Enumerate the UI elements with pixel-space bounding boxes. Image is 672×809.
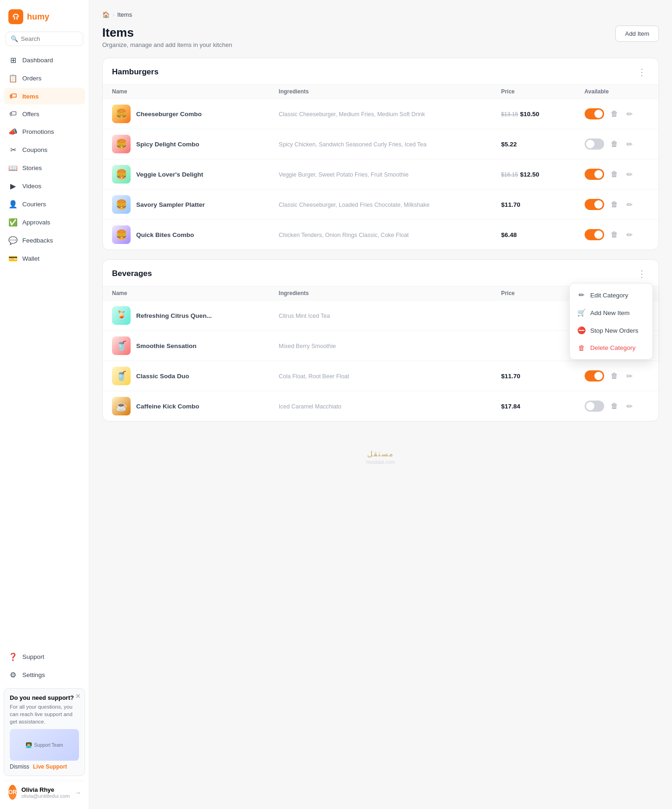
delete-item-button[interactable]: 🗑 <box>609 108 620 120</box>
sidebar-item-wallet[interactable]: 💳 Wallet <box>4 250 85 267</box>
edit-item-button[interactable]: ✏ <box>625 168 634 181</box>
sidebar-item-support[interactable]: ❓ Support <box>4 648 85 665</box>
item-thumb: 🍔 <box>112 195 131 214</box>
delete-item-button[interactable]: 🗑 <box>609 229 620 241</box>
dashboard-icon: ⊞ <box>8 56 18 65</box>
edit-item-button[interactable]: ✏ <box>625 138 634 151</box>
item-ingredients: Cola Float, Root Beer Float <box>279 373 349 380</box>
delete-item-button[interactable]: 🗑 <box>609 400 620 412</box>
item-name: Savory Sampler Platter <box>136 201 205 208</box>
dropdown-delete-category[interactable]: 🗑 Delete Category <box>570 339 652 356</box>
item-ingredients: Chicken Tenders, Onion Rings Classic, Co… <box>279 232 409 238</box>
delete-item-button[interactable]: 🗑 <box>609 168 620 180</box>
stories-icon: 📖 <box>8 164 18 172</box>
col-available-hamburgers: Available <box>575 85 659 99</box>
item-price: $12.50 <box>520 171 539 178</box>
sidebar-item-offers[interactable]: 🏷 Offers <box>4 105 85 122</box>
col-ingredients-beverages: Ingredients <box>270 286 492 301</box>
edit-item-button[interactable]: ✏ <box>625 198 634 211</box>
delete-item-button[interactable]: 🗑 <box>609 370 620 382</box>
live-support-button[interactable]: Live Support <box>33 763 67 770</box>
sidebar-item-dashboard[interactable]: ⊞ Dashboard <box>4 52 85 69</box>
support-icon: ❓ <box>8 652 18 661</box>
item-thumb: ☕ <box>112 397 131 415</box>
availability-toggle[interactable] <box>585 138 604 150</box>
item-price: $6.48 <box>501 231 517 238</box>
sidebar-item-promotions[interactable]: 📣 Promotions <box>4 123 85 140</box>
brand-logo[interactable]: humy <box>0 0 89 32</box>
edit-item-button[interactable]: ✏ <box>625 400 634 413</box>
item-name: Veggie Lover's Delight <box>136 171 203 178</box>
items-icon: 🏷 <box>8 92 18 100</box>
item-ingredients: Iced Caramel Macchiato <box>279 403 342 410</box>
item-name: Caffeine Kick Combo <box>136 403 199 410</box>
user-name: Olivia Rhye <box>21 786 70 793</box>
item-name: Smoothie Sensation <box>136 342 197 349</box>
search-box[interactable]: 🔍 <box>6 32 83 46</box>
item-price: $5.22 <box>501 141 517 148</box>
item-price: $11.70 <box>501 201 520 208</box>
delete-item-button[interactable]: 🗑 <box>609 198 620 210</box>
table-row: ☕ Caffeine Kick Combo Iced Caramel Macch… <box>103 391 659 421</box>
table-row: 🍔 Cheeseburger Combo Classic Cheeseburge… <box>103 99 659 129</box>
category-beverages-more-button[interactable]: ⋮ <box>634 268 649 279</box>
table-row: 🍔 Quick Bites Combo Chicken Tenders, Oni… <box>103 220 659 250</box>
sidebar-item-stories[interactable]: 📖 Stories <box>4 159 85 177</box>
home-icon[interactable]: 🏠 <box>102 11 110 18</box>
sidebar-item-couriers[interactable]: 👤 Couriers <box>4 196 85 213</box>
item-name: Cheeseburger Combo <box>136 111 202 118</box>
sidebar-label-offers: Offers <box>22 111 40 118</box>
offers-icon: 🏷 <box>8 110 18 118</box>
support-box-image: 👨‍💻Support Team <box>10 729 79 761</box>
dropdown-add-new-item[interactable]: 🛒 Add New Item <box>570 304 652 322</box>
sidebar-label-dashboard: Dashboard <box>22 57 53 64</box>
couriers-icon: 👤 <box>8 200 18 209</box>
dropdown-stop-orders-label: Stop New Orders <box>590 327 639 334</box>
add-item-button[interactable]: Add Item <box>615 26 659 42</box>
item-old-price: $16.15 <box>501 171 518 178</box>
sidebar-item-approvals[interactable]: ✅ Approvals <box>4 214 85 231</box>
edit-item-button[interactable]: ✏ <box>625 229 634 241</box>
availability-toggle[interactable] <box>585 370 604 381</box>
support-box-title: Do you need support? <box>10 694 79 701</box>
dropdown-stop-new-orders[interactable]: ⛔ Stop New Orders <box>570 322 652 339</box>
sidebar-item-videos[interactable]: ▶ Videos <box>4 178 85 195</box>
close-support-button[interactable]: ✕ <box>75 692 81 700</box>
wallet-icon: 💳 <box>8 254 18 263</box>
dropdown-delete-category-label: Delete Category <box>590 344 636 351</box>
sidebar-item-orders[interactable]: 📋 Orders <box>4 70 85 87</box>
availability-toggle[interactable] <box>585 108 604 119</box>
availability-toggle[interactable] <box>585 199 604 210</box>
item-price: $11.70 <box>501 373 520 380</box>
availability-toggle[interactable] <box>585 401 604 412</box>
sidebar-label-wallet: Wallet <box>22 255 40 262</box>
hamburgers-table: Name Ingredients Price Available 🍔 Chees… <box>103 84 659 250</box>
user-profile-row[interactable]: OR Olivia Rhye olivia@untitledui.com → <box>4 781 85 803</box>
sidebar-item-items[interactable]: 🏷 Items <box>4 88 85 105</box>
category-hamburgers-more-button[interactable]: ⋮ <box>634 66 649 78</box>
footer-watermark: مستقل mostaqi.com <box>102 431 659 472</box>
item-ingredients: Mixed Berry Smoothie <box>279 343 336 349</box>
col-name-beverages: Name <box>103 286 270 301</box>
user-avatar: OR <box>8 785 17 800</box>
item-thumb: 🍔 <box>112 135 131 153</box>
edit-item-button[interactable]: ✏ <box>625 108 634 120</box>
coupons-icon: ✂ <box>8 145 18 154</box>
dismiss-button[interactable]: Dismiss <box>10 763 29 770</box>
item-thumb: 🥤 <box>112 336 131 355</box>
sidebar-item-settings[interactable]: ⚙ Settings <box>4 666 85 684</box>
table-row: 🥤 Classic Soda Duo Cola Float, Root Beer… <box>103 361 659 391</box>
sidebar-item-feedbacks[interactable]: 💬 Feedbacks <box>4 232 85 249</box>
dropdown-add-new-item-label: Add New Item <box>590 309 630 316</box>
sidebar-item-coupons[interactable]: ✂ Coupons <box>4 141 85 158</box>
delete-item-button[interactable]: 🗑 <box>609 138 620 150</box>
logout-button[interactable]: → <box>74 789 81 796</box>
search-input[interactable] <box>21 35 78 42</box>
page-title: Items <box>102 26 232 40</box>
dropdown-edit-category[interactable]: ✏ Edit Category <box>570 286 652 304</box>
availability-toggle[interactable] <box>585 229 604 240</box>
dropdown-edit-category-label: Edit Category <box>590 292 628 299</box>
support-box: ✕ Do you need support? For all your ques… <box>4 688 85 776</box>
availability-toggle[interactable] <box>585 169 604 180</box>
edit-item-button[interactable]: ✏ <box>625 370 634 382</box>
